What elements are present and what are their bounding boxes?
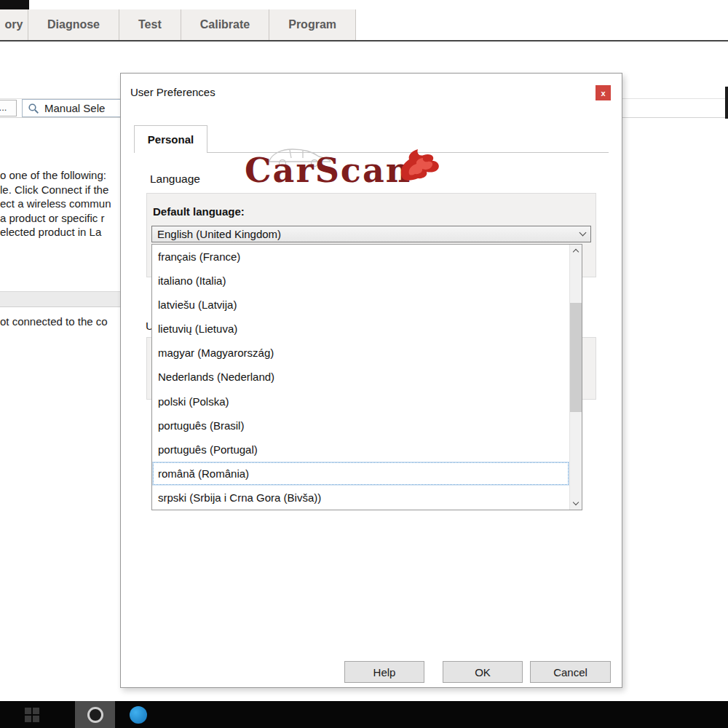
user-preferences-dialog: User Preferences x Personal CarScan	[120, 73, 622, 688]
background-status-text: ot connected to the co	[0, 315, 122, 328]
language-option-focused[interactable]: română (România)	[152, 462, 569, 486]
background-text-line: o one of the following:	[0, 168, 122, 183]
language-option[interactable]: lietuvių (Lietuva)	[152, 317, 569, 341]
scroll-up-button[interactable]	[570, 245, 582, 257]
language-option[interactable]: français (France)	[152, 245, 569, 269]
background-text-block: o one of the following: le. Click Connec…	[0, 168, 122, 240]
manual-selection-button[interactable]: Manual Sele	[22, 99, 132, 117]
taskbar-start-icon[interactable]	[23, 706, 41, 724]
background-text-line: ect a wireless commun	[0, 197, 122, 211]
language-option[interactable]: polski (Polska)	[152, 389, 569, 413]
tab-program[interactable]: Program	[269, 9, 356, 40]
tab-personal[interactable]: Personal	[134, 125, 207, 153]
taskbar-app-button[interactable]	[75, 701, 115, 728]
background-section-bar	[0, 291, 124, 307]
steering-wheel-icon	[87, 707, 103, 723]
chevron-down-icon	[579, 229, 587, 237]
screen: ory Diagnose Test Calibrate Program ... …	[0, 0, 728, 728]
tab-calibrate[interactable]: Calibrate	[181, 9, 269, 40]
carscan-logo: CarScan	[245, 143, 485, 200]
background-text-line: a product or specific r	[0, 211, 122, 226]
taskbar	[0, 701, 728, 728]
manual-selection-label: Manual Sele	[44, 102, 105, 114]
ok-button[interactable]: OK	[443, 661, 523, 683]
language-option[interactable]: português (Brasil)	[152, 414, 569, 438]
language-dropdown-list: français (France) italiano (Italia) latv…	[151, 244, 582, 510]
tab-diagnose[interactable]: Diagnose	[28, 9, 119, 40]
language-option-list: français (France) italiano (Italia) latv…	[152, 245, 569, 510]
search-icon	[28, 103, 39, 114]
default-language-select[interactable]: English (United Kingdom)	[151, 226, 591, 242]
scrollbar-thumb[interactable]	[570, 303, 582, 412]
more-button[interactable]: ...	[0, 100, 17, 116]
taskbar-browser-icon[interactable]	[130, 706, 147, 724]
cancel-button[interactable]: Cancel	[530, 661, 611, 683]
background-text-line: elected product in La	[0, 225, 122, 240]
background-text-line: le. Click Connect if the	[0, 183, 122, 197]
tab-history-partial[interactable]: ory	[0, 9, 28, 40]
dialog-title: User Preferences	[130, 86, 215, 98]
language-option[interactable]: Nederlands (Nederland)	[152, 365, 569, 389]
tab-test[interactable]: Test	[119, 9, 181, 40]
window-corner	[0, 0, 29, 9]
window-edge	[725, 87, 728, 119]
language-option[interactable]: latviešu (Latvija)	[152, 293, 569, 317]
language-section-label: Language	[150, 173, 200, 186]
scroll-down-button[interactable]	[570, 497, 582, 510]
scrollbar-track[interactable]	[569, 245, 582, 510]
chevron-up-icon	[573, 249, 579, 255]
flame-icon	[399, 148, 441, 189]
logo-text: CarScan	[245, 151, 411, 190]
default-language-label: Default language:	[153, 205, 245, 218]
close-button[interactable]: x	[596, 85, 611, 100]
language-option[interactable]: srpski (Srbija i Crna Gora (Bivša))	[152, 486, 569, 510]
language-option[interactable]: italiano (Italia)	[152, 269, 569, 293]
language-option[interactable]: português (Portugal)	[152, 438, 569, 462]
chevron-down-icon	[573, 499, 579, 505]
language-option[interactable]: magyar (Magyarország)	[152, 341, 569, 365]
selected-language-value: English (United Kingdom)	[157, 228, 281, 240]
help-button[interactable]: Help	[344, 661, 424, 683]
main-tabbar: ory Diagnose Test Calibrate Program	[0, 9, 728, 41]
